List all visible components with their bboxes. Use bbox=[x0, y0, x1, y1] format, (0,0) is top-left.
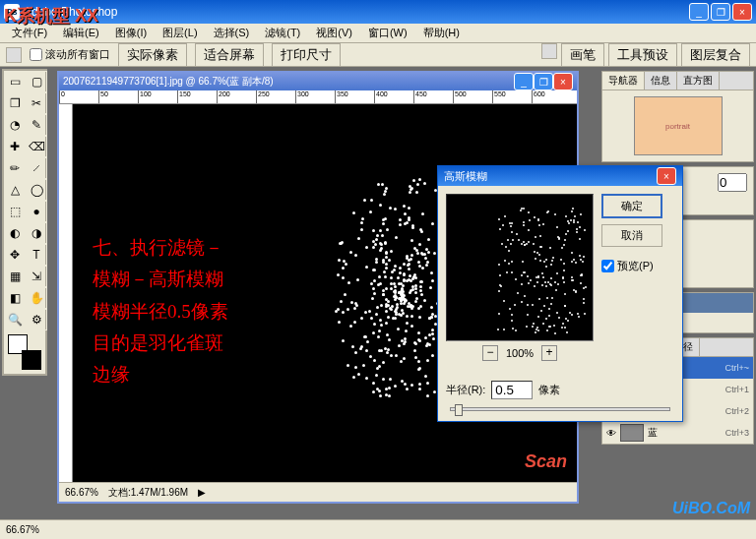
radius-slider[interactable] bbox=[450, 407, 670, 411]
zoom-in-button[interactable]: + bbox=[541, 345, 557, 361]
preview-checkbox[interactable]: 预览(P) bbox=[601, 259, 662, 273]
channel-shortcut: Ctrl+3 bbox=[725, 428, 749, 438]
annotation-text: 七、执行滤镜－模糊－高斯模糊模糊半径0.5像素目的是羽化雀斑边缘 bbox=[93, 232, 228, 390]
channel-thumb bbox=[620, 424, 644, 442]
horizontal-ruler: 050100150200250300350400450500550600 bbox=[59, 90, 577, 104]
channel-shortcut: Ctrl+2 bbox=[725, 406, 749, 416]
tool-20[interactable]: ◧ bbox=[4, 287, 26, 309]
tool-2[interactable]: ❐ bbox=[4, 92, 26, 114]
workspace: ▭▢❐✂◔✎✚⌫✏⟋△◯⬚●◐◑✥T▦⇲◧✋🔍⚙ 200762119497737… bbox=[0, 67, 756, 519]
menu-window[interactable]: 窗口(W) bbox=[360, 24, 415, 42]
watermark-overlay: K系机型 XX bbox=[4, 4, 98, 28]
doc-size: 文档:1.47M/1.96M bbox=[108, 486, 188, 500]
app-title: Adobe Photoshop bbox=[24, 5, 689, 19]
chevron-right-icon[interactable]: ▶ bbox=[198, 487, 206, 498]
scroll-all-checkbox[interactable]: 滚动所有窗口 bbox=[30, 47, 110, 62]
minimize-button[interactable]: _ bbox=[689, 3, 709, 21]
doc-zoom: 66.67% bbox=[65, 487, 98, 498]
tool-19[interactable]: ⇲ bbox=[26, 266, 47, 287]
tool-6[interactable]: ✚ bbox=[4, 136, 26, 157]
cancel-button[interactable]: 取消 bbox=[601, 224, 662, 247]
ok-button[interactable]: 确定 bbox=[601, 194, 662, 218]
fit-screen-button[interactable]: 适合屏幕 bbox=[195, 43, 264, 67]
channel-shortcut: Ctrl+1 bbox=[725, 385, 749, 394]
tool-4[interactable]: ◔ bbox=[4, 114, 26, 136]
tool-8[interactable]: ✏ bbox=[4, 157, 26, 179]
navigator-preview[interactable]: portrait bbox=[634, 96, 723, 155]
tool-14[interactable]: ◐ bbox=[4, 222, 26, 244]
menu-help[interactable]: 帮助(H) bbox=[415, 24, 468, 42]
uibo-watermark: UiBO.CoM bbox=[672, 500, 750, 517]
tab-histogram[interactable]: 直方图 bbox=[677, 72, 720, 90]
tool-22[interactable]: 🔍 bbox=[4, 309, 26, 330]
menu-select[interactable]: 选择(S) bbox=[206, 24, 258, 42]
color-swatch[interactable] bbox=[8, 334, 41, 370]
file-browser-icon[interactable] bbox=[541, 43, 557, 59]
tool-10[interactable]: △ bbox=[4, 179, 26, 201]
tool-5[interactable]: ✎ bbox=[26, 114, 47, 136]
dialog-preview[interactable] bbox=[446, 194, 594, 341]
status-zoom: 66.67% bbox=[6, 524, 39, 535]
tool-11[interactable]: ◯ bbox=[26, 179, 47, 201]
doc-minimize-button[interactable]: _ bbox=[514, 73, 534, 90]
tool-1[interactable]: ▢ bbox=[26, 71, 47, 92]
radius-unit: 像素 bbox=[538, 383, 560, 397]
channel-shortcut: Ctrl+~ bbox=[724, 363, 749, 373]
tool-presets-tab[interactable]: 工具预设 bbox=[608, 43, 677, 67]
tool-12[interactable]: ⬚ bbox=[4, 201, 26, 222]
menu-image[interactable]: 图像(I) bbox=[107, 24, 155, 42]
hand-tool-icon bbox=[6, 47, 22, 63]
channel-row-蓝[interactable]: 👁蓝Ctrl+3 bbox=[602, 422, 753, 444]
opacity-input[interactable] bbox=[718, 173, 747, 192]
tab-navigator[interactable]: 导航器 bbox=[602, 72, 645, 90]
dialog-titlebar: 高斯模糊 × bbox=[438, 166, 682, 186]
close-button[interactable]: × bbox=[732, 3, 752, 21]
gaussian-blur-dialog: 高斯模糊 × − 100% + 确定 取消 预览(P) 半径(R): 像素 bbox=[437, 165, 683, 422]
vertical-ruler bbox=[59, 104, 73, 482]
eye-icon[interactable]: 👁 bbox=[606, 428, 616, 439]
dialog-title: 高斯模糊 bbox=[444, 169, 657, 184]
layer-comps-tab[interactable]: 图层复合 bbox=[681, 43, 750, 67]
tool-9[interactable]: ⟋ bbox=[26, 157, 47, 179]
print-size-button[interactable]: 打印尺寸 bbox=[272, 43, 341, 67]
menu-filter[interactable]: 滤镜(T) bbox=[257, 24, 308, 42]
statusbar: 66.67% bbox=[0, 519, 756, 539]
background-color[interactable] bbox=[22, 350, 41, 370]
tool-16[interactable]: ✥ bbox=[4, 244, 26, 266]
actual-pixels-button[interactable]: 实际像素 bbox=[118, 43, 187, 67]
options-bar: 滚动所有窗口 实际像素 适合屏幕 打印尺寸 画笔 工具预设 图层复合 bbox=[0, 43, 756, 67]
tool-21[interactable]: ✋ bbox=[26, 287, 47, 309]
tool-3[interactable]: ✂ bbox=[26, 92, 47, 114]
menu-layer[interactable]: 图层(L) bbox=[155, 24, 205, 42]
tool-23[interactable]: ⚙ bbox=[26, 309, 47, 330]
document-statusbar: 66.67% 文档:1.47M/1.96M ▶ bbox=[59, 482, 577, 502]
doc-close-button[interactable]: × bbox=[553, 73, 573, 90]
zoom-percent: 100% bbox=[506, 347, 534, 359]
tool-17[interactable]: T bbox=[26, 244, 47, 266]
channel-name: 蓝 bbox=[648, 426, 722, 440]
navigator-panel: 导航器 信息 直方图 portrait bbox=[601, 71, 754, 162]
radius-label: 半径(R): bbox=[446, 383, 485, 397]
doc-maximize-button[interactable]: ❐ bbox=[534, 73, 553, 90]
tool-7[interactable]: ⌫ bbox=[26, 136, 47, 157]
dialog-close-button[interactable]: × bbox=[657, 167, 676, 185]
tool-18[interactable]: ▦ bbox=[4, 266, 26, 287]
brushes-tab[interactable]: 画笔 bbox=[561, 43, 604, 67]
maximize-button[interactable]: ❐ bbox=[711, 3, 730, 21]
app-titlebar: Ps Adobe Photoshop _ ❐ × bbox=[0, 0, 756, 24]
slider-thumb[interactable] bbox=[455, 404, 463, 416]
tab-info[interactable]: 信息 bbox=[645, 72, 677, 90]
menu-view[interactable]: 视图(V) bbox=[308, 24, 360, 42]
menubar: 文件(F) 编辑(E) 图像(I) 图层(L) 选择(S) 滤镜(T) 视图(V… bbox=[0, 24, 756, 43]
tool-0[interactable]: ▭ bbox=[4, 71, 26, 92]
radius-input[interactable] bbox=[491, 381, 533, 399]
document-titlebar: 20076211949773706[1].jpg @ 66.7%(蓝 副本/8)… bbox=[59, 73, 577, 90]
zoom-out-button[interactable]: − bbox=[482, 345, 498, 361]
document-title: 20076211949773706[1].jpg @ 66.7%(蓝 副本/8) bbox=[63, 75, 514, 89]
toolbox: ▭▢❐✂◔✎✚⌫✏⟋△◯⬚●◐◑✥T▦⇲◧✋🔍⚙ bbox=[2, 69, 47, 376]
tool-13[interactable]: ● bbox=[26, 201, 47, 222]
tool-15[interactable]: ◑ bbox=[26, 222, 47, 244]
